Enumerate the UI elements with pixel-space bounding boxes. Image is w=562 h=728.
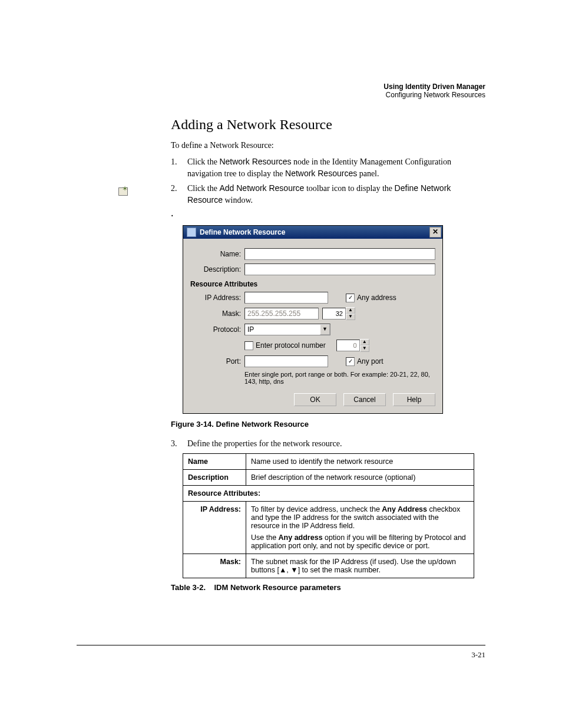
protocol-dropdown[interactable]: IP ▼ (244, 324, 330, 335)
chevron-down-icon[interactable]: ▼ (320, 324, 330, 335)
ip-label: IP Address: (190, 294, 244, 302)
step-number: 3. (171, 438, 187, 450)
step-text: Define the properties for the network re… (187, 438, 485, 450)
proto-spin-down[interactable]: ▼ (360, 345, 369, 352)
step-number: 2. (171, 183, 187, 206)
table-row: IP Address: To filter by device address,… (183, 501, 474, 554)
mask-spin-down[interactable]: ▼ (346, 314, 355, 320)
mask-label: Mask: (190, 309, 244, 318)
ip-input[interactable] (244, 292, 328, 304)
any-port-checkbox[interactable]: ✓ (346, 357, 355, 366)
enter-protocol-label: Enter protocol number (256, 341, 326, 350)
dialog-title: Define Network Resource (200, 228, 285, 236)
port-help-text: Enter single port, port range or both. F… (244, 371, 435, 385)
close-button[interactable]: ✕ (429, 227, 441, 238)
any-port-label: Any port (357, 357, 384, 365)
step-text: Click the Add Network Resource toolbar i… (187, 183, 485, 206)
section-heading: Adding a Network Resource (77, 117, 485, 133)
param-name: Mask: (183, 554, 246, 578)
dialog-icon (187, 228, 196, 237)
step-1: 1. Click the Network Resources node in t… (77, 156, 485, 179)
param-desc: To filter by device address, uncheck the… (246, 501, 474, 554)
description-input[interactable] (244, 263, 435, 275)
page-footer: 3-21 (77, 645, 485, 660)
protocol-number-spinner[interactable]: 0 ▲ ▼ (336, 339, 369, 352)
resource-attributes-heading: Resource Attributes (190, 280, 435, 288)
mask-spin-value[interactable]: 32 (322, 308, 346, 319)
mask-spinner[interactable]: 32 ▲ ▼ (322, 307, 355, 320)
add-resource-toolbar-icon (117, 185, 130, 197)
define-network-resource-dialog: Define Network Resource ✕ Name: Descript… (183, 225, 443, 414)
param-desc: Name used to identify the network resour… (246, 453, 474, 469)
figure-caption: Figure 3-14. Define Network Resource (77, 420, 485, 429)
step-2: 2. Click the Add Network Resource toolba… (77, 183, 485, 206)
help-button[interactable]: Help (393, 393, 435, 406)
port-input[interactable] (244, 355, 328, 367)
port-label: Port: (190, 357, 244, 365)
param-section: Resource Attributes: (183, 485, 474, 501)
protocol-label: Protocol: (190, 325, 244, 334)
param-name: Description (183, 469, 246, 485)
page-header: Using Identity Driven Manager Configurin… (77, 83, 485, 99)
param-name: IP Address: (183, 501, 246, 554)
cancel-button[interactable]: Cancel (343, 393, 386, 406)
step-text: Click the Network Resources node in the … (187, 156, 485, 179)
any-address-label: Any address (357, 294, 396, 302)
param-name: Name (183, 453, 246, 469)
description-label: Description: (190, 265, 244, 274)
intro-text: To define a Network Resource: (77, 141, 485, 150)
table-row: Resource Attributes: (183, 485, 474, 501)
parameters-table: Name Name used to identify the network r… (183, 453, 474, 578)
any-address-checkbox[interactable]: ✓ (346, 294, 355, 302)
protocol-spin-value[interactable]: 0 (336, 340, 360, 351)
mask-input[interactable]: 255.255.255.255 (244, 308, 319, 319)
ok-button[interactable]: OK (294, 393, 336, 406)
param-desc: The subnet mask for the IP Address (if u… (246, 554, 474, 578)
protocol-value: IP (247, 325, 254, 334)
step-number: 1. (171, 156, 187, 179)
header-title: Using Identity Driven Manager (77, 83, 485, 91)
table-row: Mask: The subnet mask for the IP Address… (183, 554, 474, 578)
proto-spin-up[interactable]: ▲ (360, 339, 369, 345)
mask-spin-up[interactable]: ▲ (346, 307, 355, 314)
dialog-titlebar[interactable]: Define Network Resource ✕ (183, 226, 442, 239)
step-3: 3. Define the properties for the network… (77, 438, 485, 450)
name-input[interactable] (244, 248, 435, 260)
name-label: Name: (190, 250, 244, 258)
param-desc: Brief description of the network resourc… (246, 469, 474, 485)
table-row: Description Brief description of the net… (183, 469, 474, 485)
enter-protocol-checkbox[interactable] (244, 341, 253, 350)
table-caption: Table 3-2. IDM Network Resource paramete… (77, 583, 485, 592)
page-number: 3-21 (471, 650, 485, 659)
table-row: Name Name used to identify the network r… (183, 453, 474, 469)
header-subtitle: Configuring Network Resources (77, 91, 485, 99)
